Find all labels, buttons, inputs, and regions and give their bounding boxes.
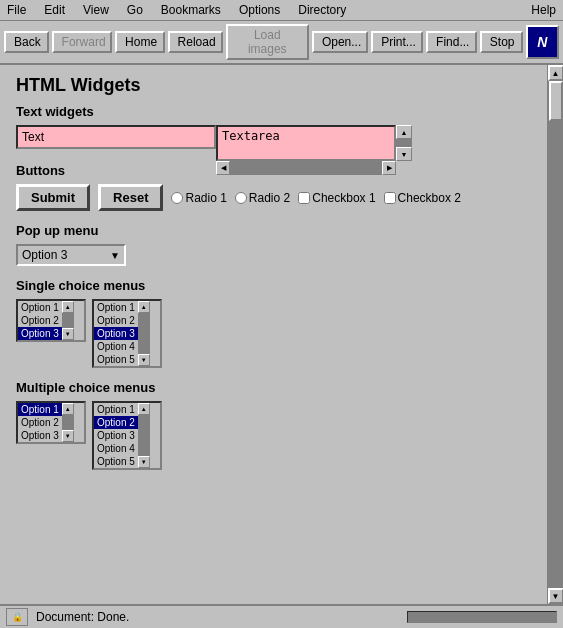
single-choice-left-items: Option 1 Option 2 Option 3 bbox=[18, 301, 62, 340]
open-button[interactable]: Open... bbox=[312, 31, 368, 53]
multiple-choice-left-inner: Option 1 Option 2 Option 3 ▲ ▼ bbox=[18, 403, 84, 442]
radio2-input[interactable] bbox=[235, 192, 247, 204]
single-left-scroll-down[interactable]: ▼ bbox=[62, 328, 74, 340]
list-item[interactable]: Option 1 bbox=[18, 403, 62, 416]
menu-bookmarks[interactable]: Bookmarks bbox=[158, 2, 224, 18]
radio1-text: Radio 1 bbox=[185, 191, 226, 205]
menu-directory[interactable]: Directory bbox=[295, 2, 349, 18]
load-images-button[interactable]: Load images bbox=[226, 24, 309, 60]
content-area: HTML Widgets Text widgets Textarea ▲ ▼ ◀… bbox=[0, 65, 547, 604]
list-item[interactable]: Option 2 bbox=[18, 416, 62, 429]
list-item[interactable]: Option 3 bbox=[94, 327, 138, 340]
list-item[interactable]: Option 4 bbox=[94, 442, 138, 455]
multiple-choice-right-inner: Option 1 Option 2 Option 3 Option 4 Opti… bbox=[94, 403, 160, 468]
reload-button[interactable]: Reload bbox=[168, 31, 223, 53]
list-item[interactable]: Option 2 bbox=[18, 314, 62, 327]
single-right-scrollbar: ▲ ▼ bbox=[138, 301, 150, 366]
list-item[interactable]: Option 3 bbox=[18, 327, 62, 340]
list-item[interactable]: Option 1 bbox=[94, 301, 138, 314]
radio2-text: Radio 2 bbox=[249, 191, 290, 205]
scroll-up-button[interactable]: ▲ bbox=[548, 65, 564, 81]
menubar: File Edit View Go Bookmarks Options Dire… bbox=[0, 0, 563, 21]
menu-file[interactable]: File bbox=[4, 2, 29, 18]
list-item[interactable]: Option 1 bbox=[94, 403, 138, 416]
popup-selected-value: Option 3 bbox=[22, 248, 67, 262]
multiple-choice-row: Option 1 Option 2 Option 3 ▲ ▼ bbox=[16, 401, 531, 470]
single-choice-left-listbox[interactable]: Option 1 Option 2 Option 3 ▲ ▼ bbox=[16, 299, 86, 342]
submit-button[interactable]: Submit bbox=[16, 184, 90, 211]
multiple-choice-right-listbox[interactable]: Option 1 Option 2 Option 3 Option 4 Opti… bbox=[92, 401, 162, 470]
stop-button[interactable]: Stop bbox=[480, 31, 523, 53]
radio1-input[interactable] bbox=[171, 192, 183, 204]
list-item[interactable]: Option 1 bbox=[18, 301, 62, 314]
print-button[interactable]: Print... bbox=[371, 31, 423, 53]
menu-edit[interactable]: Edit bbox=[41, 2, 68, 18]
textarea-wrapper: Textarea ▲ ▼ ◀ ▶ bbox=[216, 125, 412, 175]
multiple-left-scrollbar: ▲ ▼ bbox=[62, 403, 74, 442]
single-right-scroll-down[interactable]: ▼ bbox=[138, 354, 150, 366]
multiple-right-scroll-up[interactable]: ▲ bbox=[138, 403, 150, 415]
single-right-scroll-track bbox=[138, 313, 150, 354]
multiple-right-scroll-down[interactable]: ▼ bbox=[138, 456, 150, 468]
menu-view[interactable]: View bbox=[80, 2, 112, 18]
multiple-left-scroll-up[interactable]: ▲ bbox=[62, 403, 74, 415]
reset-button[interactable]: Reset bbox=[98, 184, 163, 211]
single-left-scroll-up[interactable]: ▲ bbox=[62, 301, 74, 313]
list-item[interactable]: Option 2 bbox=[94, 314, 138, 327]
netscape-logo: N bbox=[526, 25, 559, 59]
checkbox2-input[interactable] bbox=[384, 192, 396, 204]
status-icon: 🔒 bbox=[6, 608, 28, 626]
multiple-choice-left-listbox[interactable]: Option 1 Option 2 Option 3 ▲ ▼ bbox=[16, 401, 86, 444]
multiple-right-scrollbar: ▲ ▼ bbox=[138, 403, 150, 468]
single-right-scroll-up[interactable]: ▲ bbox=[138, 301, 150, 313]
scroll-thumb[interactable] bbox=[549, 81, 563, 121]
list-item[interactable]: Option 2 bbox=[94, 416, 138, 429]
multiple-choice-right-items: Option 1 Option 2 Option 3 Option 4 Opti… bbox=[94, 403, 138, 468]
textarea-scroll-up[interactable]: ▲ bbox=[396, 125, 412, 139]
forward-button[interactable]: Forward bbox=[52, 31, 113, 53]
textarea-hscroll-track bbox=[230, 161, 382, 175]
popup-label: Pop up menu bbox=[16, 223, 531, 238]
list-item[interactable]: Option 3 bbox=[94, 429, 138, 442]
textarea-scroll-down[interactable]: ▼ bbox=[396, 147, 412, 161]
radio1-label: Radio 1 bbox=[171, 191, 226, 205]
single-choice-row: Option 1 Option 2 Option 3 ▲ ▼ bbox=[16, 299, 531, 368]
text-input[interactable] bbox=[16, 125, 216, 149]
text-widgets-label: Text widgets bbox=[16, 104, 531, 119]
page-title: HTML Widgets bbox=[16, 75, 531, 96]
popup-arrow-icon: ▼ bbox=[110, 250, 120, 261]
textarea-hscroll-right[interactable]: ▶ bbox=[382, 161, 396, 175]
checkbox1-input[interactable] bbox=[298, 192, 310, 204]
list-item[interactable]: Option 5 bbox=[94, 455, 138, 468]
popup-select[interactable]: Option 3 ▼ bbox=[16, 244, 126, 266]
content-wrapper: HTML Widgets Text widgets Textarea ▲ ▼ ◀… bbox=[0, 65, 563, 604]
textarea-hscroll-left[interactable]: ◀ bbox=[216, 161, 230, 175]
single-choice-left-inner: Option 1 Option 2 Option 3 ▲ ▼ bbox=[18, 301, 84, 340]
menu-options[interactable]: Options bbox=[236, 2, 283, 18]
checkbox1-label: Checkbox 1 bbox=[298, 191, 375, 205]
home-button[interactable]: Home bbox=[115, 31, 164, 53]
scroll-track bbox=[548, 81, 564, 588]
textarea-scrollbar: ▲ ▼ bbox=[396, 125, 412, 161]
menu-help[interactable]: Help bbox=[528, 2, 559, 18]
status-text: Document: Done. bbox=[36, 610, 129, 624]
back-button[interactable]: Back bbox=[4, 31, 49, 53]
textarea-input[interactable]: Textarea bbox=[216, 125, 396, 161]
checkbox1-text: Checkbox 1 bbox=[312, 191, 375, 205]
main-scrollbar: ▲ ▼ bbox=[547, 65, 563, 604]
textarea-hscrollbar: ◀ ▶ bbox=[216, 161, 396, 175]
checkbox2-label: Checkbox 2 bbox=[384, 191, 461, 205]
single-choice-right-listbox[interactable]: Option 1 Option 2 Option 3 Option 4 Opti… bbox=[92, 299, 162, 368]
textarea-scroll-track bbox=[396, 139, 412, 147]
multiple-left-scroll-down[interactable]: ▼ bbox=[62, 430, 74, 442]
statusbar: 🔒 Document: Done. bbox=[0, 604, 563, 628]
find-button[interactable]: Find... bbox=[426, 31, 477, 53]
menu-go[interactable]: Go bbox=[124, 2, 146, 18]
list-item[interactable]: Option 3 bbox=[18, 429, 62, 442]
list-item[interactable]: Option 5 bbox=[94, 353, 138, 366]
list-item[interactable]: Option 4 bbox=[94, 340, 138, 353]
textarea-inner: Textarea ▲ ▼ bbox=[216, 125, 412, 161]
scroll-down-button[interactable]: ▼ bbox=[548, 588, 564, 604]
multiple-right-scroll-track bbox=[138, 415, 150, 456]
multiple-choice-label: Multiple choice menus bbox=[16, 380, 531, 395]
